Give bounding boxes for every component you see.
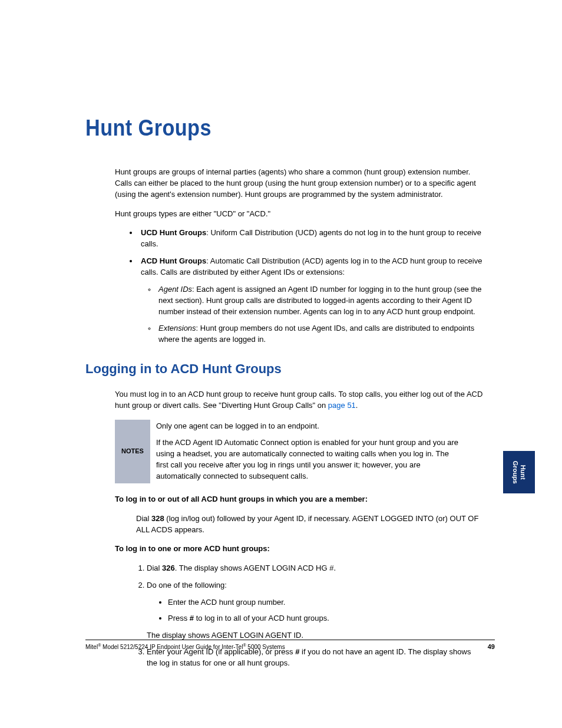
list-item: UCD Hunt Groups: Uniform Call Distributi…	[138, 228, 483, 250]
chapter-title: Hunt Groups	[85, 112, 444, 144]
notes-box: NOTES Only one agent can be logged in to…	[115, 420, 462, 483]
text: to log in to all of your ACD hunt groups…	[194, 614, 329, 622]
list-item: Agent IDs: Each agent is assigned an Age…	[156, 284, 483, 318]
tab-line-2: Groups	[512, 460, 519, 483]
text: Mitel	[85, 644, 98, 650]
page-content: Hunt Groups Hunt groups are groups of in…	[85, 112, 483, 677]
bold-key: #	[190, 614, 194, 622]
notes-label: NOTES	[115, 420, 150, 483]
intro-paragraph-1: Hunt groups are groups of internal parti…	[115, 167, 483, 200]
text: Model 5212/5224 IP Endpoint User Guide f…	[101, 644, 243, 650]
instruction-body: Dial 328 (log in/log out) followed by yo…	[136, 513, 483, 536]
bold-code: 328	[151, 514, 164, 523]
list-item: Press # to log in to all of your ACD hun…	[168, 613, 483, 624]
text: Dial	[147, 564, 162, 572]
list-item: ACD Hunt Groups: Automatic Call Distribu…	[138, 256, 483, 345]
page-link[interactable]: page 51	[328, 401, 356, 410]
notes-text: Only one agent can be logged in to an en…	[150, 420, 462, 483]
text: You must log in to an ACD hunt group to …	[115, 390, 482, 410]
section-heading: Logging in to ACD Hunt Groups	[85, 360, 483, 378]
list-item: Extensions: Hunt group members do not us…	[156, 323, 483, 345]
text: : Each agent is assigned an Agent ID num…	[158, 285, 482, 316]
step-item: Dial 326. The display shows AGENT LOGIN …	[147, 563, 483, 574]
page-number: 49	[488, 643, 495, 652]
instruction-heading: To log in to one or more ACD hunt groups…	[115, 543, 483, 555]
section-intro: You must log in to an ACD hunt group to …	[115, 389, 483, 411]
text: (log in/log out) followed by your Agent …	[136, 514, 478, 534]
section-tab-label: Hunt Groups	[511, 460, 527, 483]
notes-p1: Only one agent can be logged in to an en…	[156, 421, 462, 432]
text: . The display shows AGENT LOGIN ACD HG #…	[175, 564, 336, 572]
intro-block: Hunt groups are groups of internal parti…	[115, 167, 483, 345]
instruction-heading: To log in to or out of all ACD hunt grou…	[115, 494, 483, 505]
steps-list: Dial 326. The display shows AGENT LOGIN …	[147, 563, 483, 669]
step-item: Do one of the following: Enter the ACD h…	[147, 580, 483, 641]
text: 5000 Systems	[246, 644, 285, 650]
bold-term: ACD Hunt Groups	[141, 256, 206, 265]
text: .	[356, 401, 358, 410]
tab-line-1: Hunt	[520, 465, 527, 479]
page-footer: Mitel® Model 5212/5224 IP Endpoint User …	[85, 640, 495, 652]
text: Press	[168, 614, 190, 622]
notes-p2: If the ACD Agent ID Automatic Connect op…	[156, 437, 462, 482]
section-tab: Hunt Groups	[503, 451, 535, 493]
section-body: You must log in to an ACD hunt group to …	[115, 389, 483, 669]
footer-title: Mitel® Model 5212/5224 IP Endpoint User …	[85, 643, 285, 652]
text: : Hunt group members do not use Agent ID…	[158, 324, 474, 344]
acd-sublist: Agent IDs: Each agent is assigned an Age…	[156, 284, 483, 345]
italic-term: Extensions	[158, 324, 196, 332]
text: Do one of the following:	[147, 581, 227, 589]
step-sublist: Enter the ACD hunt group number. Press #…	[168, 597, 483, 624]
italic-term: Agent IDs	[158, 285, 192, 294]
text: The display shows AGENT LOGIN AGENT ID.	[147, 631, 303, 640]
text: Dial	[136, 514, 151, 523]
hunt-type-list: UCD Hunt Groups: Uniform Call Distributi…	[138, 228, 483, 345]
intro-paragraph-2: Hunt groups types are either "UCD" or "A…	[115, 209, 483, 220]
list-item: Enter the ACD hunt group number.	[168, 597, 483, 608]
bold-term: UCD Hunt Groups	[141, 228, 206, 237]
bold-code: 326	[162, 564, 175, 572]
